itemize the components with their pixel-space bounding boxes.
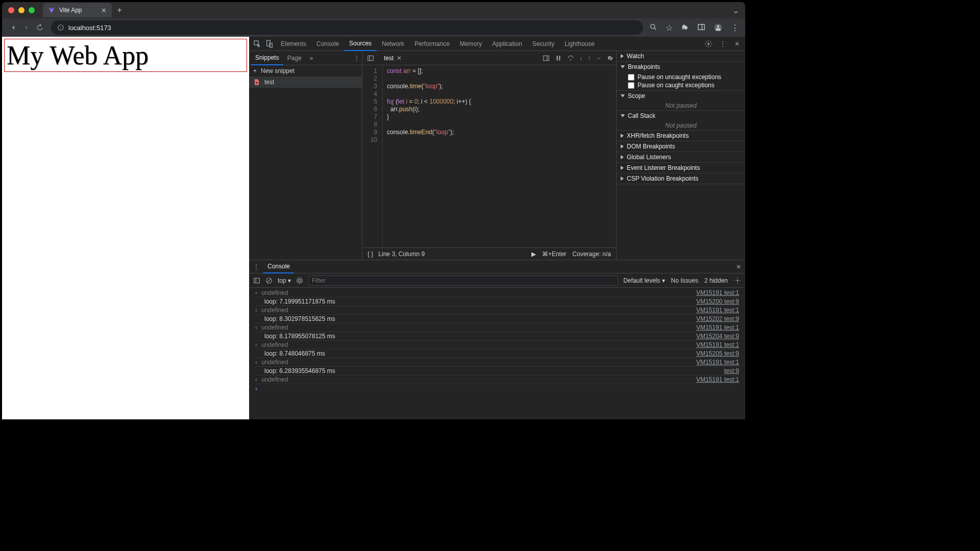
deactivate-breakpoints-icon[interactable] xyxy=(607,55,614,62)
page-heading: My Web App xyxy=(4,39,247,72)
svg-point-6 xyxy=(717,25,720,28)
editor-tab-close-icon[interactable]: ✕ xyxy=(397,55,402,62)
bookmark-icon[interactable]: ☆ xyxy=(666,23,673,33)
debugger-controls: ↓ ↑ → xyxy=(543,55,614,62)
reload-button[interactable] xyxy=(35,22,45,33)
tab-elements[interactable]: Elements xyxy=(276,37,311,51)
scope-empty: Not paused xyxy=(617,101,745,110)
snippet-name: test xyxy=(264,79,274,86)
cursor-position: Line 3, Column 9 xyxy=(378,251,425,258)
console-sidebar-icon[interactable] xyxy=(253,277,260,284)
content-area: My Web App Elements Console Sources Netw… xyxy=(2,37,745,419)
coverage-label: Coverage: n/a xyxy=(573,251,611,258)
editor-status-bar: { } Line 3, Column 9 ▶ ⌘+Enter Coverage:… xyxy=(362,247,616,260)
breakpoints-section[interactable]: Breakpoints xyxy=(617,62,745,72)
clear-console-icon[interactable] xyxy=(265,277,273,284)
window-maximize-button[interactable] xyxy=(29,7,35,13)
vite-favicon-icon xyxy=(48,7,55,14)
extensions-icon[interactable] xyxy=(681,23,689,33)
tab-performance[interactable]: Performance xyxy=(409,37,455,51)
tab-application[interactable]: Application xyxy=(487,37,527,51)
svg-point-25 xyxy=(737,280,739,282)
log-levels-selector[interactable]: Default levels ▾ xyxy=(623,277,665,284)
devtools-close-icon[interactable]: ✕ xyxy=(731,38,743,50)
console-log-row: loop: 8.302978515625 msVM15202 test:9 xyxy=(255,315,739,323)
new-snippet-button[interactable]: + New snippet xyxy=(249,65,362,77)
back-button[interactable] xyxy=(8,22,18,33)
editor-panel: test ✕ ↓ ↑ → xyxy=(362,51,617,260)
drawer-menu-icon[interactable]: ⋮ xyxy=(253,263,259,270)
tab-console[interactable]: Console xyxy=(311,37,344,51)
watch-section[interactable]: Watch xyxy=(617,51,745,61)
toggle-sidebar-icon[interactable] xyxy=(543,55,550,62)
subtab-menu-icon[interactable]: ⋮ xyxy=(354,55,360,62)
snippet-file-icon xyxy=(253,79,260,86)
svg-rect-13 xyxy=(544,56,549,60)
window-close-button[interactable] xyxy=(8,7,14,13)
callstack-section[interactable]: Call Stack xyxy=(617,111,745,121)
svg-point-24 xyxy=(297,278,303,283)
code-editor[interactable]: 12345678910 const arr = []; console.time… xyxy=(362,65,616,247)
drawer-close-icon[interactable]: ✕ xyxy=(736,263,741,270)
subtab-page[interactable]: Page xyxy=(283,51,306,65)
tab-sources[interactable]: Sources xyxy=(344,37,377,51)
console-settings-icon[interactable] xyxy=(734,277,741,284)
svg-rect-3 xyxy=(698,24,704,30)
window-minimize-button[interactable] xyxy=(18,7,24,13)
subtab-more-icon[interactable]: » xyxy=(310,55,313,62)
global-listeners-section[interactable]: Global Listeners xyxy=(617,152,745,162)
tab-network[interactable]: Network xyxy=(377,37,409,51)
event-breakpoints-section[interactable]: Event Listener Breakpoints xyxy=(617,163,745,173)
step-out-icon[interactable]: ↑ xyxy=(587,55,591,62)
tab-close-button[interactable]: ✕ xyxy=(101,7,107,14)
console-prompt[interactable]: › xyxy=(255,384,739,393)
browser-tab[interactable]: Vite App ✕ xyxy=(43,3,112,17)
pretty-print-icon[interactable]: { } xyxy=(368,251,373,258)
editor-tab-name: test xyxy=(384,55,394,62)
pause-caught-checkbox[interactable]: Pause on caught exceptions xyxy=(628,81,734,89)
tab-title: Vite App xyxy=(59,7,82,14)
zoom-icon[interactable] xyxy=(649,23,657,33)
device-toggle-icon[interactable] xyxy=(263,38,276,50)
settings-icon[interactable] xyxy=(702,38,715,50)
console-output[interactable]: ‹undefinedVM15191 test:1loop: 7.19995117… xyxy=(249,288,745,419)
tab-security[interactable]: Security xyxy=(527,37,559,51)
menu-icon[interactable]: ⋮ xyxy=(731,23,739,33)
xhr-breakpoints-section[interactable]: XHR/fetch Breakpoints xyxy=(617,131,745,141)
navigator-toggle-icon[interactable] xyxy=(364,52,377,64)
inspect-element-icon[interactable] xyxy=(251,38,263,50)
url-actions: ☆ ⋮ xyxy=(649,23,739,33)
console-log-row: loop: 8.748046875 msVM15205 test:9 xyxy=(255,349,739,358)
side-panel-icon[interactable] xyxy=(697,23,705,33)
line-gutter: 12345678910 xyxy=(362,65,383,247)
editor-file-tab[interactable]: test ✕ xyxy=(380,52,406,64)
tab-dropdown-icon[interactable]: ⌄ xyxy=(732,6,739,15)
run-icon[interactable]: ▶ xyxy=(531,251,536,258)
step-over-icon[interactable] xyxy=(567,55,574,62)
run-hint: ⌘+Enter xyxy=(542,251,567,258)
pause-icon[interactable] xyxy=(555,55,562,62)
profile-icon[interactable] xyxy=(714,23,723,33)
pause-uncaught-checkbox[interactable]: Pause on uncaught exceptions xyxy=(628,73,734,81)
new-tab-button[interactable]: + xyxy=(117,6,121,15)
console-filter-input[interactable] xyxy=(308,276,618,286)
devtools-menu-icon[interactable]: ⋮ xyxy=(717,38,729,50)
tab-lighthouse[interactable]: Lighthouse xyxy=(559,37,600,51)
csp-breakpoints-section[interactable]: CSP Violation Breakpoints xyxy=(617,173,745,184)
live-expression-icon[interactable] xyxy=(296,277,303,284)
address-bar[interactable]: i localhost:5173 xyxy=(51,20,643,35)
forward-button[interactable] xyxy=(21,22,32,33)
console-filter-bar: top ▾ Default levels ▾ No Issues 2 hidde… xyxy=(249,273,745,288)
tab-memory[interactable]: Memory xyxy=(455,37,487,51)
titlebar: Vite App ✕ + ⌄ xyxy=(2,2,745,18)
scope-section[interactable]: Scope xyxy=(617,91,745,101)
subtab-snippets[interactable]: Snippets xyxy=(251,51,283,65)
step-into-icon[interactable]: ↓ xyxy=(579,55,582,62)
drawer-tab-console[interactable]: Console xyxy=(263,260,294,273)
dom-breakpoints-section[interactable]: DOM Breakpoints xyxy=(617,141,745,152)
context-selector[interactable]: top ▾ xyxy=(278,277,291,284)
snippet-item[interactable]: test xyxy=(249,77,362,88)
step-icon[interactable]: → xyxy=(596,55,602,62)
editor-tabs: test ✕ ↓ ↑ → xyxy=(362,51,616,65)
cursor-icon: ↖ xyxy=(391,102,395,108)
